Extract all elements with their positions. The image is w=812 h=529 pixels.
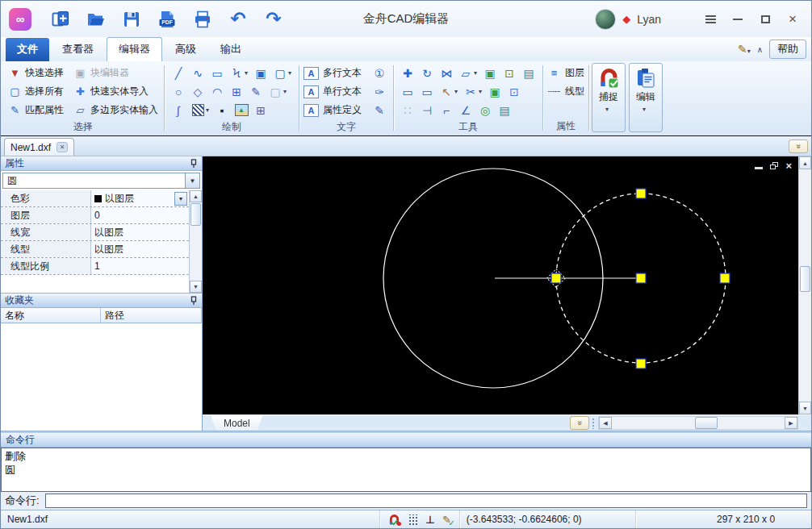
rotate-button[interactable]: ↻ (417, 65, 437, 82)
color-value[interactable]: 以图层▼ (91, 190, 189, 206)
match-properties-button[interactable]: ✎匹配属性 (6, 101, 65, 119)
name-column-header[interactable]: 名称 (1, 308, 101, 323)
wipeout-button[interactable]: ⊞ (227, 83, 246, 101)
edit-dropdown-icon[interactable]: ▾ (642, 106, 649, 113)
polygon-entity-input-button[interactable]: ▱多边形实体输入 (72, 101, 160, 119)
save-file-button[interactable] (121, 9, 142, 30)
color-dropdown-icon[interactable]: ▼ (174, 192, 187, 206)
region-dropdown-icon[interactable]: ▾ (283, 88, 290, 95)
insert-block-button[interactable]: ▣ (251, 65, 270, 82)
offset-button[interactable]: ▱ (456, 65, 475, 82)
fillet-button[interactable]: ⌐ (437, 102, 456, 119)
trim-dropdown-icon[interactable]: ▾ (479, 88, 485, 95)
move-button[interactable]: ✚ (398, 65, 417, 82)
spline-button[interactable]: ∫ (169, 102, 188, 119)
ellipse-button[interactable]: ◇ (188, 83, 207, 101)
pin-icon[interactable] (190, 296, 198, 306)
menu-tab-output[interactable]: 输出 (209, 38, 253, 61)
user-name[interactable]: Lyan (637, 13, 661, 26)
collapse-ribbon-icon[interactable]: ∧ (757, 45, 763, 54)
arc-button[interactable]: ◠ (207, 83, 227, 101)
quick-entity-import-button[interactable]: ✚快速实体导入 (72, 82, 160, 101)
attribute-definition-button[interactable]: A属性定义 (303, 101, 362, 119)
scroll-left-icon[interactable]: ◀ (599, 417, 612, 429)
drawing-canvas[interactable]: × (203, 156, 798, 414)
hatch-button[interactable] (188, 102, 207, 119)
boundary-dropdown-icon[interactable]: ▾ (288, 69, 295, 77)
property-grid-scrollbar[interactable]: ▲ ▼ (189, 190, 202, 293)
gradient-pen-button[interactable]: ✎ (246, 83, 266, 101)
multiline-text-button[interactable]: A多行文本 (303, 64, 362, 82)
copy-entities-button[interactable]: ▣ (485, 83, 504, 101)
model-tab[interactable]: Model (211, 415, 263, 431)
hatch-dropdown-icon[interactable]: ▾ (206, 106, 212, 114)
minimize-button[interactable] (727, 10, 748, 29)
snap-button[interactable]: 捕捉 ▾ (592, 63, 626, 132)
arc-text-button[interactable]: ① (370, 64, 389, 82)
property-row-color[interactable]: 色彩以图层▼ (1, 190, 189, 207)
linetype-button[interactable]: ┄╌线型 (547, 82, 584, 101)
pin-icon[interactable] (190, 159, 198, 169)
merge-layers-button[interactable]: ▤ (495, 102, 514, 119)
scroll-right-icon[interactable]: ▶ (785, 417, 797, 429)
selector-dropdown-icon[interactable]: ▼ (185, 173, 199, 188)
quick-select-button[interactable]: ▼快速选择 (6, 64, 65, 82)
copy-button[interactable]: ▣ (480, 65, 500, 82)
print-button[interactable] (192, 9, 213, 30)
property-row-lineweight[interactable]: 线宽以图层 (1, 224, 189, 241)
explode-button[interactable]: ▭ (417, 83, 437, 101)
scroll-up-icon[interactable]: ▲ (799, 156, 811, 169)
select-all-button[interactable]: ▢选择所有 (6, 82, 65, 101)
redo-button[interactable]: ↷ (263, 9, 284, 30)
scrollbar-thumb[interactable] (695, 417, 718, 429)
scrollbar-thumb[interactable] (800, 266, 810, 292)
new-file-button[interactable] (50, 9, 71, 30)
tab-close-icon[interactable]: ✕ (57, 142, 68, 152)
polyline-dropdown-icon[interactable]: ▾ (245, 69, 251, 77)
layer-value[interactable]: 0 (91, 207, 189, 223)
help-button[interactable]: 帮助 (769, 40, 806, 59)
mdi-restore-icon[interactable] (770, 162, 778, 169)
grip-left-quadrant[interactable] (551, 273, 561, 283)
splitter-gripper[interactable] (592, 418, 596, 429)
offset-dropdown-icon[interactable]: ▾ (474, 69, 480, 77)
grip-top-quadrant[interactable] (636, 189, 646, 198)
layout-overflow-button[interactable]: » (570, 416, 589, 430)
quick-edit-icon[interactable]: ✎▾ (738, 43, 751, 56)
property-row-layer[interactable]: 图层0 (1, 207, 189, 224)
close-button[interactable]: × (782, 10, 803, 29)
grip-center[interactable] (636, 273, 646, 283)
scrollbar-track[interactable] (612, 417, 785, 429)
horizontal-scrollbar[interactable]: ◀ ▶ (598, 416, 798, 430)
scroll-down-icon[interactable]: ▼ (190, 281, 202, 293)
user-avatar[interactable] (595, 9, 616, 30)
stretch-button[interactable]: ⊣ (417, 102, 437, 119)
vertical-scrollbar[interactable]: ▲ ▼ (798, 156, 811, 414)
erase-rect-button[interactable]: ▭ (398, 83, 417, 101)
grab-point-button[interactable]: ↖ (437, 83, 456, 101)
ortho-toggle-icon[interactable]: ⊥ (425, 514, 435, 526)
entity-type-selector[interactable]: 圆 ▼ (2, 173, 200, 189)
command-history[interactable]: 删除圆 (1, 448, 811, 492)
linetype-value[interactable]: 以图层 (91, 241, 189, 257)
lineweight-value[interactable]: 以图层 (91, 224, 189, 240)
layers-button[interactable]: ≡图层 (547, 64, 584, 82)
grip-bottom-quadrant[interactable] (636, 359, 646, 369)
scroll-up-icon[interactable]: ▲ (190, 190, 202, 202)
tab-overflow-button[interactable]: » (789, 140, 808, 153)
property-row-linetype-scale[interactable]: 线型比例1 (1, 258, 189, 275)
draft-toggle-icon[interactable]: ✎✓ (442, 514, 451, 526)
menu-tab-viewer[interactable]: 查看器 (51, 38, 105, 61)
singleline-text-button[interactable]: A单行文本 (303, 82, 362, 101)
block-copy-button[interactable]: ⊡ (500, 65, 519, 82)
freehand-sketch-button[interactable]: ∿ (188, 65, 207, 82)
line-button[interactable]: ╱ (169, 65, 188, 82)
scrollbar-thumb[interactable] (190, 203, 201, 226)
menu-tab-file[interactable]: 文件 (6, 38, 49, 61)
property-row-linetype[interactable]: 线型以图层 (1, 241, 189, 258)
point-button[interactable]: ▪ (212, 102, 232, 119)
rectangle-button[interactable]: ▭ (207, 65, 227, 82)
grip-right-quadrant[interactable] (720, 273, 730, 283)
export-pdf-button[interactable]: PDF (157, 9, 178, 30)
maximize-button[interactable] (755, 10, 776, 29)
